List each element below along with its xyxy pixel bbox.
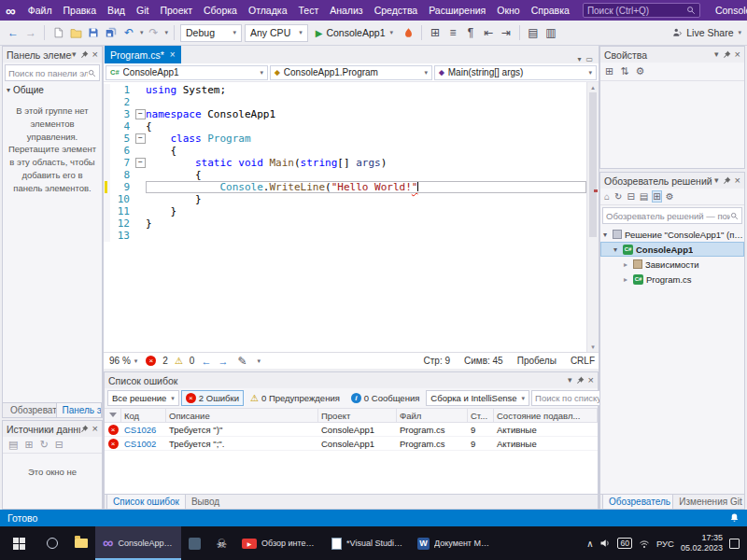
left-dock-tab[interactable]: Обозреватель... <box>5 403 56 417</box>
taskbar-app-vs[interactable]: ConsoleApp1 - Mic... <box>95 526 181 560</box>
redo-dropdown-icon[interactable] <box>165 29 169 36</box>
close-icon[interactable] <box>588 375 594 385</box>
window-menu-icon[interactable] <box>568 376 572 385</box>
float-window-icon[interactable] <box>585 54 593 63</box>
pin-icon[interactable] <box>80 425 89 433</box>
column-header[interactable]: Проект <box>318 409 397 422</box>
line-ending-mode[interactable]: CRLF <box>571 356 595 366</box>
collapse-all-icon[interactable] <box>627 191 634 202</box>
start-button[interactable] <box>0 526 37 560</box>
menu-item[interactable]: Проект <box>154 0 198 21</box>
toolbox-search-input[interactable] <box>8 68 88 78</box>
indentation-mode[interactable]: Пробелы <box>517 356 557 366</box>
window-menu-icon[interactable] <box>72 50 77 59</box>
warning-count-icon[interactable] <box>175 356 183 366</box>
error-count-icon[interactable] <box>146 356 156 366</box>
solution-search-input[interactable] <box>606 211 730 221</box>
code-line[interactable]: 9 Console.WriteLine("Hello World!" <box>104 181 586 193</box>
error-row[interactable]: CS1002Требуется ";".ConsoleApp1Program.c… <box>105 437 598 451</box>
pin-icon[interactable] <box>80 50 89 59</box>
pin-icon[interactable] <box>723 176 731 185</box>
undo-icon[interactable] <box>121 23 136 42</box>
close-tab-icon[interactable] <box>170 49 176 60</box>
network-icon[interactable] <box>639 539 650 549</box>
code-line[interactable]: 2 <box>104 96 586 108</box>
project-dropdown[interactable]: ConsoleApp1 <box>106 65 268 80</box>
close-icon[interactable] <box>735 175 740 186</box>
warnings-filter-button[interactable]: 0 Предупреждения <box>246 390 345 406</box>
close-icon[interactable] <box>92 424 98 434</box>
sync-with-active-document-icon[interactable] <box>653 191 660 202</box>
toolbox-group-header[interactable]: Общие <box>3 83 102 97</box>
menu-item[interactable]: Справка <box>526 0 575 21</box>
properties-icon[interactable] <box>666 191 674 202</box>
open-file-icon[interactable] <box>68 23 83 42</box>
code-line[interactable]: 10 } <box>104 193 586 205</box>
tray-expand-icon[interactable] <box>586 539 593 549</box>
filter-icon[interactable] <box>109 413 117 417</box>
menu-item[interactable]: Средства <box>369 0 424 21</box>
column-header[interactable]: Файл <box>397 409 468 422</box>
code-line[interactable]: 7 static void Main(string[] args) <box>104 157 586 169</box>
new-file-icon[interactable] <box>50 23 65 42</box>
taskbar-app-app[interactable] <box>181 526 208 560</box>
fold-collapse-icon[interactable] <box>134 133 146 145</box>
menu-item[interactable]: Расширения <box>423 0 491 21</box>
type-dropdown[interactable]: ConsoleApp1.Program <box>270 65 432 80</box>
tree-item[interactable]: Program.cs <box>600 272 744 287</box>
refresh-icon[interactable] <box>40 439 49 451</box>
code-line[interactable]: 8 { <box>104 169 586 181</box>
hot-reload-icon[interactable] <box>401 23 416 42</box>
menu-item[interactable]: Анализ <box>324 0 368 21</box>
add-data-source-icon[interactable] <box>8 439 18 451</box>
property-pages-icon[interactable] <box>635 65 644 77</box>
keyboard-language[interactable]: РУС <box>656 539 674 549</box>
code-line[interactable]: 6 { <box>104 145 586 157</box>
next-issue-icon[interactable]: → <box>218 356 228 367</box>
categorized-icon[interactable] <box>605 65 613 77</box>
tree-item[interactable]: ConsoleApp1 <box>600 242 744 257</box>
code-cleanup-icon[interactable] <box>234 355 249 368</box>
configure-data-source-icon[interactable] <box>24 439 33 451</box>
error-code-link[interactable]: CS1026 <box>121 423 166 436</box>
save-icon[interactable] <box>86 23 101 42</box>
scrollbar-thumb[interactable] <box>589 92 597 237</box>
bottom-panel-tab[interactable]: Вывод <box>186 495 225 509</box>
right-dock-tab[interactable]: Изменения Git — По... <box>673 495 744 509</box>
clock[interactable]: 17:35 05.02.2023 <box>681 533 723 554</box>
scope-dropdown[interactable]: Все решение <box>107 390 179 406</box>
toolbox-title-bar[interactable]: Панель элементов <box>3 47 102 63</box>
save-all-icon[interactable] <box>104 23 119 42</box>
solution-explorer-title-bar[interactable]: Обозреватель решений <box>600 173 744 189</box>
uncomment-icon[interactable] <box>543 23 558 42</box>
error-list-title-bar[interactable]: Список ошибок <box>105 372 598 388</box>
tree-item[interactable]: Решение "ConsoleApp1" (проекты: 1 из 1) <box>600 227 744 242</box>
show-all-members-icon[interactable] <box>445 23 460 42</box>
chevron-right-icon[interactable] <box>624 275 632 284</box>
navigate-forward-icon[interactable] <box>23 23 38 42</box>
column-header[interactable]: Состояние подавл... <box>494 409 598 422</box>
column-header[interactable]: Ст... <box>468 409 494 422</box>
start-debugging-button[interactable]: ConsoleApp1 <box>311 24 398 42</box>
close-icon[interactable] <box>735 49 740 60</box>
menu-item[interactable]: Файл <box>22 0 58 21</box>
code-line[interactable]: 4{ <box>104 120 586 133</box>
taskbar-app-notepad[interactable]: *Visual Studio.txt - ... <box>324 526 410 560</box>
error-code-link[interactable]: CS1002 <box>121 437 166 450</box>
scroll-down-icon[interactable] <box>591 342 595 352</box>
chevron-down-icon[interactable] <box>603 231 612 239</box>
left-dock-tab[interactable]: Панель эле... <box>56 403 102 418</box>
fold-collapse-icon[interactable] <box>134 108 146 120</box>
configuration-dropdown[interactable]: Debug <box>180 24 242 42</box>
undo-dropdown-icon[interactable] <box>140 29 144 36</box>
tab-program-cs[interactable]: Program.cs* <box>105 46 181 63</box>
code-line[interactable]: 12} <box>104 217 586 230</box>
show-all-files-icon[interactable] <box>640 191 648 202</box>
chevron-down-icon[interactable] <box>613 245 622 254</box>
menu-item[interactable]: Git <box>131 0 154 21</box>
taskbar-search-button[interactable] <box>37 526 67 560</box>
code-line[interactable]: 13 <box>104 230 586 242</box>
comment-icon[interactable] <box>526 23 541 42</box>
bottom-panel-tab[interactable]: Список ошибок <box>106 495 186 510</box>
find-in-files-icon[interactable] <box>428 23 443 42</box>
